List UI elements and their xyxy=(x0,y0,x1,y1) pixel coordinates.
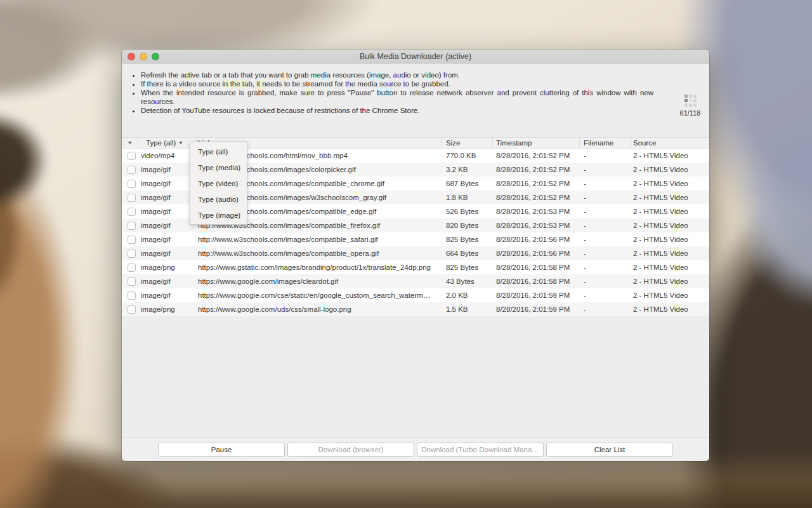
cell-timestamp: 8/28/2016, 2:01:52 PM xyxy=(493,190,580,204)
source-column-header: Source xyxy=(631,138,709,148)
row-checkbox[interactable] xyxy=(128,291,136,300)
table-row[interactable]: image/png https://www.google.com/uds/css… xyxy=(122,302,709,316)
cell-filename: - xyxy=(580,177,631,190)
footer-toolbar: Pause Download (browser) Download (Turbo… xyxy=(122,437,709,461)
dropdown-item[interactable]: Type (media) xyxy=(190,160,247,176)
cell-timestamp: 8/28/2016, 2:01:59 PM xyxy=(493,288,580,302)
cell-timestamp: 8/28/2016, 2:01:53 PM xyxy=(493,218,580,232)
cell-source: 2 - HTML5 Video xyxy=(631,163,709,177)
cell-source: 2 - HTML5 Video xyxy=(631,149,709,163)
cell-filename: - xyxy=(580,260,631,274)
cell-source: 2 - HTML5 Video xyxy=(631,190,709,204)
cell-source: 2 - HTML5 Video xyxy=(631,288,709,302)
cell-size: 825 Bytes xyxy=(442,260,493,274)
cell-filename: - xyxy=(580,218,631,232)
cell-filename: - xyxy=(580,288,631,302)
cell-link: http://www.w3schools.com/images/compatib… xyxy=(197,232,442,246)
cell-size: 825 Bytes xyxy=(442,232,493,246)
row-checkbox[interactable] xyxy=(128,250,136,258)
table-row[interactable]: image/png https://www.gstatic.com/images… xyxy=(122,260,709,274)
filter-header-cell[interactable] xyxy=(122,138,138,148)
table-row[interactable]: image/gif http://www.w3schools.com/image… xyxy=(122,246,709,260)
cell-filename: - xyxy=(580,149,631,163)
cell-filename: - xyxy=(580,204,631,218)
cell-link: https://www.google.com/uds/css/small-log… xyxy=(197,302,442,316)
row-checkbox[interactable] xyxy=(128,222,136,230)
zoom-button[interactable] xyxy=(152,53,159,60)
cell-size: 1.5 KB xyxy=(442,302,493,316)
footer-button[interactable]: Pause xyxy=(158,443,285,457)
cell-size: 43 Bytes xyxy=(442,274,493,288)
footer-button[interactable]: Download (browser) xyxy=(287,443,414,457)
row-checkbox[interactable] xyxy=(128,208,136,216)
cell-timestamp: 8/28/2016, 2:01:59 PM xyxy=(493,302,580,316)
row-checkbox[interactable] xyxy=(128,152,136,160)
row-checkbox[interactable] xyxy=(128,180,136,188)
dropdown-item[interactable]: Type (image) xyxy=(190,208,247,224)
cell-type: image/gif xyxy=(138,232,197,246)
instructions-list: Refresh the active tab or a tab that you… xyxy=(122,70,653,115)
cell-size: 3.2 KB xyxy=(442,163,493,177)
row-checkbox[interactable] xyxy=(128,194,136,202)
cell-timestamp: 8/28/2016, 2:01:56 PM xyxy=(493,246,580,260)
size-column-header: Size xyxy=(442,138,493,148)
type-filter-header[interactable]: Type (all) xyxy=(138,138,197,148)
cell-size: 664 Bytes xyxy=(442,246,493,260)
resource-counter: 61/118 xyxy=(675,95,705,117)
row-checkbox[interactable] xyxy=(128,277,136,286)
filename-column-header: Filename xyxy=(580,138,631,148)
cell-link: https://www.google.com/cse/static/en/goo… xyxy=(197,288,442,302)
cell-size: 526 Bytes xyxy=(442,204,493,218)
cell-size: 820 Bytes xyxy=(442,218,493,232)
cell-type: image/gif xyxy=(138,163,197,177)
row-checkbox[interactable] xyxy=(128,236,136,244)
filter-arrow-icon xyxy=(128,142,132,144)
dropdown-item[interactable]: Type (all) xyxy=(190,144,247,160)
counter-label: 61/118 xyxy=(675,109,705,117)
minimize-button[interactable] xyxy=(140,53,147,60)
dropdown-arrow-icon xyxy=(179,142,183,144)
type-filter-dropdown: Type (all) Type (media) Type (video) Typ… xyxy=(190,142,247,225)
cell-size: 687 Bytes xyxy=(442,177,493,190)
instruction-item: If there is a video source in the tab, i… xyxy=(141,79,653,88)
cell-filename: - xyxy=(580,232,631,246)
footer-button[interactable]: Clear List xyxy=(546,443,673,457)
cell-timestamp: 8/28/2016, 2:01:52 PM xyxy=(493,163,580,177)
row-checkbox[interactable] xyxy=(128,264,136,272)
table-row[interactable]: image/gif http://www.w3schools.com/image… xyxy=(122,232,709,246)
table-row[interactable]: image/gif https://www.google.com/cse/sta… xyxy=(122,288,709,302)
close-button[interactable] xyxy=(128,53,135,60)
cell-source: 2 - HTML5 Video xyxy=(631,302,709,316)
cell-source: 2 - HTML5 Video xyxy=(631,218,709,232)
cell-timestamp: 8/28/2016, 2:01:52 PM xyxy=(493,177,580,190)
cell-source: 2 - HTML5 Video xyxy=(631,246,709,260)
instruction-item: Detection of YouTube resources is locked… xyxy=(141,106,653,115)
cell-source: 2 - HTML5 Video xyxy=(631,274,709,288)
cell-filename: - xyxy=(580,302,631,316)
row-checkbox[interactable] xyxy=(128,305,136,314)
cell-source: 2 - HTML5 Video xyxy=(631,260,709,274)
cell-type: image/png xyxy=(138,260,197,274)
cell-type: image/gif xyxy=(138,177,197,190)
cell-type: image/png xyxy=(138,302,197,316)
cell-timestamp: 8/28/2016, 2:01:53 PM xyxy=(493,204,580,218)
cell-type: image/gif xyxy=(138,288,197,302)
dropdown-item[interactable]: Type (audio) xyxy=(190,192,247,208)
table-row[interactable]: image/gif https://www.google.com/images/… xyxy=(122,274,709,288)
window-title: Bulk Media Downloader (active) xyxy=(122,50,709,64)
row-checkbox[interactable] xyxy=(128,166,136,174)
cell-source: 2 - HTML5 Video xyxy=(631,232,709,246)
cell-type: image/gif xyxy=(138,204,197,218)
cell-type: image/gif xyxy=(138,190,197,204)
instruction-item: When the intended resource is grabbed, m… xyxy=(141,88,653,106)
dropdown-item[interactable]: Type (video) xyxy=(190,176,247,192)
cell-type: image/gif xyxy=(138,246,197,260)
instructions-panel: Refresh the active tab or a tab that you… xyxy=(122,70,709,137)
cell-type: image/gif xyxy=(138,274,197,288)
title-bar[interactable]: Bulk Media Downloader (active) xyxy=(122,50,709,64)
cell-filename: - xyxy=(580,274,631,288)
footer-button[interactable]: Download (Turbo Download Mana… xyxy=(417,443,544,457)
timestamp-column-header: Timestamp xyxy=(493,138,580,148)
cell-link: https://www.google.com/images/cleardot.g… xyxy=(197,274,442,288)
cell-timestamp: 8/28/2016, 2:01:52 PM xyxy=(493,149,580,163)
